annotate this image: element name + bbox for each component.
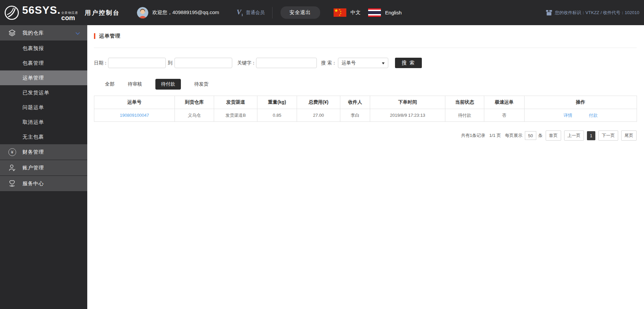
waybill-number-link[interactable]: 190809100047 <box>120 113 149 118</box>
table-row: 190809100047 义乌仓 发货渠道B 0.85 27.00 李白 201… <box>94 109 637 122</box>
table-header-row: 运单号 到货仓库 发货渠道 重量(kg) 总费用(¥) 收件人 下单时间 当前状… <box>94 96 637 109</box>
col-status: 当前状态 <box>445 96 484 109</box>
sidebar-group-label: 财务管理 <box>22 149 44 155</box>
receiver-id-info: 您的收件标识：VTKZZ / 收件代号：102010 <box>546 10 639 16</box>
date-to-label: 到 <box>168 60 172 66</box>
date-to-input[interactable] <box>175 58 232 68</box>
receiver-id-text: 您的收件标识：VTKZZ / 收件代号：102010 <box>555 10 639 16</box>
search-type-select[interactable]: 运单号 <box>338 58 388 68</box>
col-order-time: 下单时间 <box>370 96 445 109</box>
language-switch-english[interactable]: English <box>368 8 402 17</box>
col-warehouse: 到货仓库 <box>175 96 214 109</box>
console-title: 用户控制台 <box>85 9 120 17</box>
col-actions: 操作 <box>525 96 637 109</box>
sidebar-group-finance[interactable]: ¥ 财务管理 <box>0 144 87 160</box>
lang-en-label: English <box>385 10 402 15</box>
tab-all[interactable]: 全部 <box>105 79 114 90</box>
search-button[interactable]: 搜 索 <box>395 58 422 68</box>
china-flag-icon: ★ ★ ★ ★ ★ <box>334 8 346 17</box>
logo-main-text: 56SYS. <box>22 4 61 16</box>
globe-swoosh-icon <box>4 5 19 20</box>
sidebar-item-unclaimed-packages[interactable]: 无主包裹 <box>0 130 87 144</box>
keyword-label: 关键字： <box>237 60 256 66</box>
thailand-flag-icon <box>368 8 381 17</box>
page-title: 运单管理 <box>99 33 120 39</box>
main-content: 运单管理 日期： 到 关键字： 搜 索： 运单号 搜 索 全部 待审核 待付款 … <box>87 25 644 309</box>
language-switch-chinese[interactable]: ★ ★ ★ ★ ★ 中文 <box>334 8 361 17</box>
cell-express: 否 <box>484 109 525 122</box>
lang-zh-label: 中文 <box>351 9 361 16</box>
date-from-input[interactable] <box>108 58 166 68</box>
cell-weight: 0.85 <box>257 109 297 122</box>
user-info: 欢迎您，409889195@qq.com <box>137 7 219 18</box>
member-level-label: 普通会员 <box>246 10 265 16</box>
keyword-input[interactable] <box>256 58 317 68</box>
brand-logo: 56SYS. 全景物流通 com <box>4 4 78 21</box>
tab-pending-shipment[interactable]: 待发货 <box>194 79 208 90</box>
current-page-button[interactable]: 1 <box>587 131 595 140</box>
title-accent-bar <box>94 33 95 39</box>
per-page-input[interactable] <box>525 131 536 140</box>
waybill-table: 运单号 到货仓库 发货渠道 重量(kg) 总费用(¥) 收件人 下单时间 当前状… <box>94 96 637 122</box>
sidebar-group-account[interactable]: 账户管理 <box>0 160 87 176</box>
col-channel: 发货渠道 <box>214 96 257 109</box>
sidebar-item-cancelled-waybills[interactable]: 取消运单 <box>0 115 87 130</box>
col-receiver: 收件人 <box>340 96 370 109</box>
service-flower-icon <box>8 179 16 188</box>
top-header: 56SYS. 全景物流通 com 用户控制台 欢迎您，409889195@qq.… <box>0 0 644 25</box>
sidebar-group-service-center[interactable]: 服务中心 <box>0 176 87 192</box>
pagination-bar: 共有1条记录 1/1 页 每页展示 条 首页 上一页 1 下一页 尾页 <box>87 131 637 141</box>
next-page-button[interactable]: 下一页 <box>598 131 618 141</box>
search-type-label: 搜 索： <box>321 60 337 66</box>
status-tabs: 全部 待审核 待付款 待发货 <box>105 79 644 89</box>
logo-com: com <box>61 14 78 21</box>
logout-button[interactable]: 安全退出 <box>281 6 320 19</box>
welcome-text: 欢迎您，409889195@qq.com <box>152 9 219 16</box>
total-records-text: 共有1条记录 <box>461 133 485 139</box>
vip-level-icon: V1 <box>237 8 243 17</box>
page-title-row: 运单管理 <box>94 33 637 39</box>
search-type-selected-value: 运单号 <box>342 60 356 66</box>
col-weight: 重量(kg) <box>257 96 297 109</box>
sidebar-group-label: 服务中心 <box>22 181 44 187</box>
cell-channel: 发货渠道B <box>214 109 257 122</box>
page-count-text: 1/1 页 <box>489 133 501 139</box>
detail-link[interactable]: 详情 <box>563 113 572 118</box>
sidebar-group-my-warehouse[interactable]: 我的仓库 <box>0 25 87 41</box>
tab-pending-review[interactable]: 待审核 <box>128 79 142 90</box>
title-divider <box>94 48 637 48</box>
col-waybill-no: 运单号 <box>94 96 175 109</box>
cell-status: 待付款 <box>445 109 484 122</box>
warehouse-submenu: 包裹预报 包裹管理 运单管理 已发货运单 问题运单 取消运单 无主包裹 <box>0 41 87 144</box>
sidebar-item-package-forecast[interactable]: 包裹预报 <box>0 41 87 56</box>
col-express: 极速运单 <box>484 96 525 109</box>
sidebar-group-label: 账户管理 <box>22 165 44 171</box>
prev-page-button[interactable]: 上一页 <box>564 131 584 141</box>
chevron-down-icon <box>76 31 80 35</box>
cell-receiver: 李白 <box>340 109 370 122</box>
cell-order-time: 2019/8/9 17:23:13 <box>370 109 445 122</box>
tab-pending-payment[interactable]: 待付款 <box>155 79 181 90</box>
col-total-fee: 总费用(¥) <box>297 96 340 109</box>
last-page-button[interactable]: 尾页 <box>621 131 637 141</box>
sidebar-item-shipped-waybills[interactable]: 已发货运单 <box>0 85 87 100</box>
cell-warehouse: 义乌仓 <box>175 109 214 122</box>
yen-circle-icon: ¥ <box>8 148 16 156</box>
first-page-button[interactable]: 首页 <box>546 131 561 141</box>
sidebar-item-problem-waybills[interactable]: 问题运单 <box>0 100 87 115</box>
pay-link[interactable]: 付款 <box>589 113 598 118</box>
person-avatar-icon <box>137 7 148 18</box>
sidebar-nav: 我的仓库 包裹预报 包裹管理 运单管理 已发货运单 问题运单 取消运单 无主包裹… <box>0 25 87 309</box>
select-arrow-icon <box>382 62 385 64</box>
per-page-unit: 条 <box>538 133 543 139</box>
membership-badge: V1 普通会员 <box>237 8 265 17</box>
sidebar-item-package-management[interactable]: 包裹管理 <box>0 56 87 70</box>
per-page-label: 每页展示 <box>505 133 523 139</box>
sidebar-item-waybill-management[interactable]: 运单管理 <box>0 70 87 85</box>
package-icon <box>546 10 552 15</box>
avatar <box>137 7 148 18</box>
sidebar-group-label: 我的仓库 <box>22 30 44 36</box>
layers-icon <box>8 29 16 37</box>
search-filter-row: 日期： 到 关键字： 搜 索： 运单号 搜 索 <box>94 58 644 68</box>
date-label: 日期： <box>94 60 108 66</box>
